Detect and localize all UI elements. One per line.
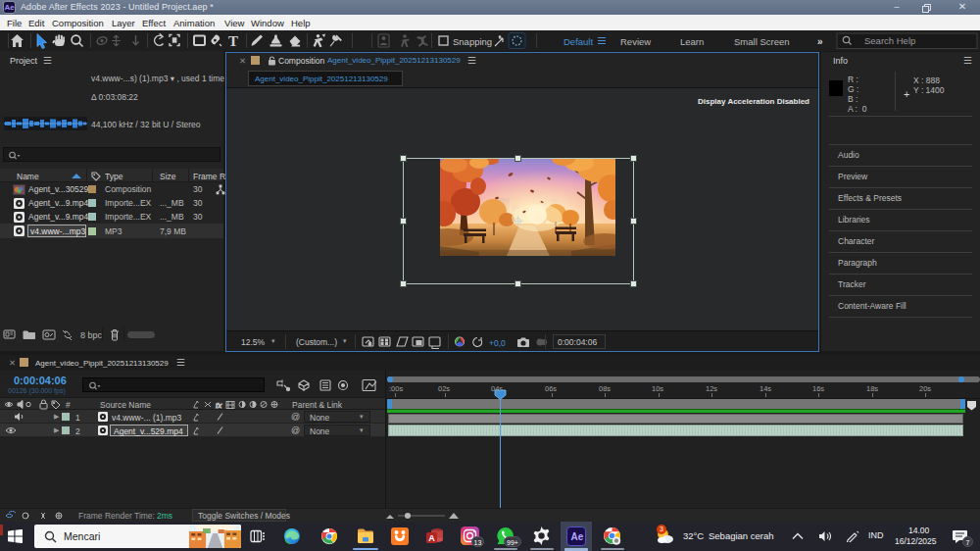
svg-text:+0,0: +0,0 bbox=[489, 337, 506, 347]
svg-text:Search Help: Search Help bbox=[864, 35, 915, 46]
svg-text:A: A bbox=[428, 533, 435, 543]
svg-text:10s: 10s bbox=[652, 384, 663, 393]
svg-text:Review: Review bbox=[620, 36, 651, 47]
svg-text:Parent & Link: Parent & Link bbox=[292, 400, 343, 410]
svg-text:20s: 20s bbox=[919, 384, 931, 393]
svg-text:»: » bbox=[817, 36, 823, 47]
svg-text:08s: 08s bbox=[599, 384, 611, 393]
svg-text:16s: 16s bbox=[812, 384, 824, 393]
svg-text:fx: fx bbox=[216, 401, 222, 410]
svg-text:Small Screen: Small Screen bbox=[734, 36, 790, 47]
svg-text:#: # bbox=[66, 400, 71, 410]
svg-text:18s: 18s bbox=[866, 384, 878, 393]
svg-text:Default: Default bbox=[564, 36, 593, 47]
svg-text:T: T bbox=[228, 33, 238, 49]
svg-text:12s: 12s bbox=[706, 384, 717, 393]
svg-text:06s: 06s bbox=[545, 384, 557, 393]
svg-text:02s: 02s bbox=[438, 384, 450, 393]
svg-text::00s: :00s bbox=[389, 384, 403, 393]
svg-text:Learn: Learn bbox=[680, 36, 704, 47]
svg-text:8 bpc: 8 bpc bbox=[80, 330, 103, 340]
svg-text:14s: 14s bbox=[760, 384, 771, 393]
svg-text:Source Name: Source Name bbox=[100, 400, 151, 410]
svg-text:Snapping: Snapping bbox=[453, 36, 492, 47]
